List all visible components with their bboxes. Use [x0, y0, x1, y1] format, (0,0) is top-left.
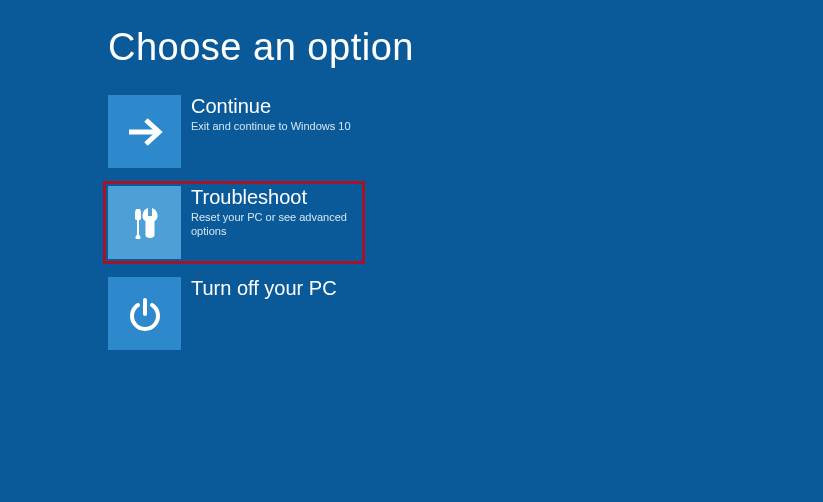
turnoff-text: Turn off your PC	[181, 277, 337, 301]
svg-rect-6	[137, 220, 139, 235]
continue-tile	[108, 95, 181, 168]
page-title: Choose an option	[108, 26, 414, 69]
continue-description: Exit and continue to Windows 10	[191, 119, 351, 133]
power-icon	[125, 294, 165, 334]
tools-icon	[125, 203, 165, 243]
options-list: Continue Exit and continue to Windows 10	[108, 95, 365, 368]
option-turnoff[interactable]: Turn off your PC	[108, 277, 365, 350]
troubleshoot-description: Reset your PC or see advanced options	[191, 210, 360, 239]
continue-title: Continue	[191, 95, 351, 117]
troubleshoot-tile	[108, 186, 181, 259]
option-continue[interactable]: Continue Exit and continue to Windows 10	[108, 95, 365, 168]
turnoff-tile	[108, 277, 181, 350]
turnoff-title: Turn off your PC	[191, 277, 337, 299]
option-troubleshoot[interactable]: Troubleshoot Reset your PC or see advanc…	[103, 181, 365, 264]
continue-text: Continue Exit and continue to Windows 10	[181, 95, 351, 133]
troubleshoot-text: Troubleshoot Reset your PC or see advanc…	[181, 186, 360, 239]
svg-rect-5	[148, 208, 152, 216]
troubleshoot-title: Troubleshoot	[191, 186, 360, 208]
arrow-right-icon	[123, 110, 167, 154]
